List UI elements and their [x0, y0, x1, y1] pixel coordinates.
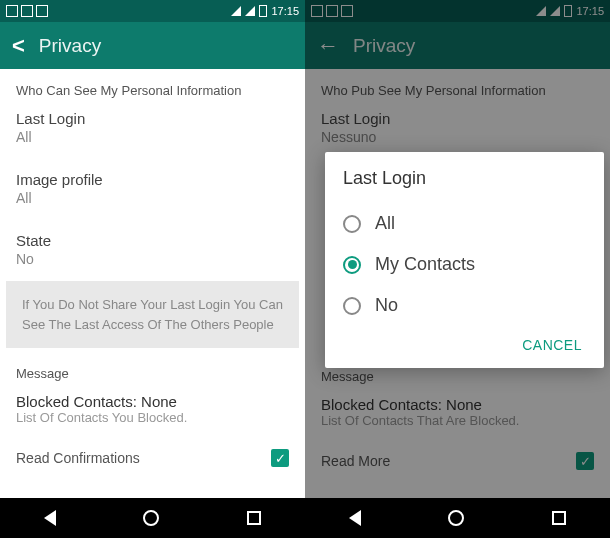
phone-left: 17:15 < Privacy Who Can See My Personal … [0, 0, 305, 538]
blocked-title: Blocked Contacts: None [16, 393, 289, 410]
nav-bar [0, 498, 305, 538]
nav-back-icon[interactable] [349, 510, 361, 526]
image-profile-row[interactable]: Image profile All [0, 163, 305, 216]
row-title: State [16, 232, 289, 249]
radio-label: All [375, 213, 395, 234]
radio-unchecked-icon [343, 215, 361, 233]
read-confirm-label: Read Confirmations [16, 450, 140, 466]
row-title: Last Login [16, 110, 289, 127]
radio-label: My Contacts [375, 254, 475, 275]
nav-bar [305, 498, 610, 538]
radio-option-all[interactable]: All [343, 203, 586, 244]
page-title: Privacy [39, 35, 101, 57]
signal-icon [245, 6, 255, 16]
status-bar: 17:15 [0, 0, 305, 22]
battery-icon [259, 5, 267, 17]
radio-option-no[interactable]: No [343, 285, 586, 326]
row-title: Image profile [16, 171, 289, 188]
blocked-contacts-row[interactable]: Blocked Contacts: None List Of Contacts … [0, 385, 305, 435]
message-section: Message [0, 352, 305, 385]
row-value: All [16, 129, 289, 145]
row-value: All [16, 190, 289, 206]
nav-recent-icon[interactable] [552, 511, 566, 525]
clock: 17:15 [271, 5, 299, 17]
radio-checked-icon [343, 256, 361, 274]
radio-unchecked-icon [343, 297, 361, 315]
info-box: If You Do Not Share Your Last Login You … [6, 281, 299, 348]
dialog-title: Last Login [343, 168, 586, 189]
blocked-sub: List Of Contacts You Blocked. [16, 410, 289, 425]
radio-option-contacts[interactable]: My Contacts [343, 244, 586, 285]
last-login-row[interactable]: Last Login All [0, 102, 305, 155]
wifi-icon [231, 6, 241, 16]
nav-recent-icon[interactable] [247, 511, 261, 525]
notif-icon [36, 5, 48, 17]
notif-icon [21, 5, 33, 17]
radio-label: No [375, 295, 398, 316]
notif-icon [6, 5, 18, 17]
app-header: < Privacy [0, 22, 305, 69]
phone-right: 17:15 ← Privacy Who Pub See My Personal … [305, 0, 610, 538]
checkbox-checked-icon[interactable]: ✓ [271, 449, 289, 467]
back-icon[interactable]: < [12, 33, 25, 59]
state-row[interactable]: State No [0, 224, 305, 277]
status-right: 17:15 [231, 5, 299, 17]
content: Who Can See My Personal Information Last… [0, 69, 305, 498]
nav-home-icon[interactable] [143, 510, 159, 526]
read-confirmations-row[interactable]: Read Confirmations ✓ [0, 435, 305, 481]
status-notification-icons [6, 5, 48, 17]
last-login-dialog: Last Login All My Contacts No CANCEL [325, 152, 604, 368]
nav-back-icon[interactable] [44, 510, 56, 526]
nav-home-icon[interactable] [448, 510, 464, 526]
row-value: No [16, 251, 289, 267]
dialog-actions: CANCEL [343, 326, 586, 358]
cancel-button[interactable]: CANCEL [522, 337, 582, 353]
section-header: Who Can See My Personal Information [0, 69, 305, 102]
